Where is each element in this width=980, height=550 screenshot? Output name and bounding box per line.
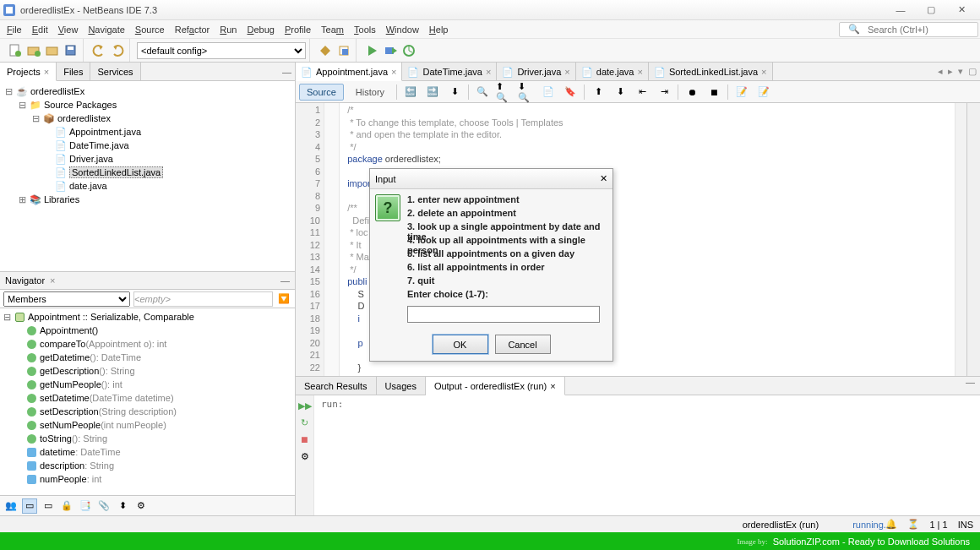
navigator-item[interactable]: description : String [2, 459, 293, 472]
quick-search-input[interactable] [868, 25, 974, 35]
navigator-item[interactable]: getDatetime() : DateTime [2, 351, 293, 364]
tab-list-icon[interactable]: ▾ [958, 66, 963, 77]
vertical-scrollbar[interactable] [966, 103, 980, 376]
menu-tools[interactable]: Tools [349, 23, 381, 36]
navigator-item[interactable]: compareTo(Appointment o) : int [2, 337, 293, 351]
options-icon[interactable]: ⚙ [133, 498, 149, 514]
macro-record-icon[interactable]: ⏺ [683, 84, 700, 101]
editor-tab[interactable]: 📄DateTime.java× [402, 63, 497, 80]
fold-gutter[interactable] [324, 103, 340, 376]
navigator-item[interactable]: ⊟Appointment :: Serializable, Comparable [2, 310, 293, 324]
toggle-bookmark-icon[interactable]: 🔖 [562, 84, 579, 101]
maximize-button[interactable]: ▢ [916, 1, 946, 19]
close-button[interactable]: ✕ [946, 1, 977, 19]
navigator-item[interactable]: toString() : String [2, 432, 293, 445]
settings-icon[interactable]: ⚙ [298, 449, 312, 463]
menu-team[interactable]: Team [316, 23, 349, 36]
show-inherited-icon[interactable]: 👥 [3, 498, 19, 514]
menu-debug[interactable]: Debug [242, 23, 279, 36]
tree-node[interactable]: Libraries [44, 194, 79, 204]
stop-icon[interactable]: ⏹ [298, 433, 312, 446]
show-static-icon[interactable]: ▭ [41, 498, 56, 514]
tree-node[interactable]: Driver.java [69, 154, 113, 164]
menu-profile[interactable]: Profile [280, 23, 316, 36]
comment-icon[interactable]: 📝 [733, 84, 750, 101]
build-button[interactable] [317, 42, 334, 59]
sort-icon[interactable]: 📑 [78, 498, 93, 514]
rerun-failed-icon[interactable]: ↻ [298, 416, 312, 429]
navigator-item[interactable]: datetime : DateTime [2, 445, 293, 459]
output-tab[interactable]: Search Results [296, 377, 377, 395]
navigator-item[interactable]: setNumPeople(int numPeople) [2, 418, 293, 432]
menu-source[interactable]: Source [130, 23, 170, 36]
close-icon[interactable]: × [564, 67, 569, 77]
editor-tab[interactable]: 📄Driver.java× [497, 63, 575, 80]
filter-icon[interactable]: 🔽 [276, 291, 291, 307]
editor-tab[interactable]: 📄SortedLinkedList.java× [649, 63, 773, 80]
output-text[interactable]: run: [314, 395, 980, 515]
navigator-item[interactable]: setDatetime(DateTime datetime) [2, 391, 293, 405]
close-icon[interactable]: × [44, 67, 49, 77]
menu-window[interactable]: Window [381, 23, 424, 36]
tree-node[interactable]: Appointment.java [69, 127, 141, 137]
output-tab[interactable]: Output - orderedlistEx (run)× [426, 377, 565, 395]
redo-button[interactable] [109, 42, 126, 59]
save-all-button[interactable] [63, 42, 79, 59]
menu-refactor[interactable]: Refactor [170, 23, 215, 36]
members-filter-input[interactable] [133, 291, 273, 307]
filter-icon[interactable]: 📎 [96, 498, 112, 514]
ok-button[interactable]: OK [433, 335, 488, 354]
open-project-button[interactable] [44, 42, 61, 59]
new-file-button[interactable] [7, 42, 24, 59]
navigator-item[interactable]: numPeople : int [2, 472, 293, 486]
tab-scroll-right-icon[interactable]: ▸ [948, 66, 953, 77]
shift-right-icon[interactable]: ⇥ [656, 84, 672, 101]
toggle-highlight-icon[interactable]: 📄 [540, 84, 557, 101]
close-icon[interactable]: × [50, 275, 55, 286]
show-non-public-icon[interactable]: 🔒 [59, 498, 74, 514]
undo-button[interactable] [90, 42, 107, 59]
close-icon[interactable]: × [637, 67, 642, 77]
close-icon[interactable]: × [391, 67, 396, 77]
menu-run[interactable]: Run [215, 23, 242, 36]
clean-build-button[interactable] [335, 42, 352, 59]
close-icon[interactable]: × [761, 67, 766, 77]
navigator-tree[interactable]: ⊟Appointment :: Serializable, Comparable… [0, 308, 295, 495]
debug-button[interactable] [382, 42, 399, 59]
quick-search[interactable]: 🔍 [839, 22, 978, 37]
menu-edit[interactable]: Edit [27, 23, 53, 36]
find-prev-icon[interactable]: ⬆🔍 [496, 84, 513, 101]
nav-back-icon[interactable]: 🔙 [402, 84, 419, 101]
editor-tab[interactable]: 📄Appointment.java× [296, 63, 402, 81]
output-tab[interactable]: Usages [377, 377, 426, 395]
tree-node-selected[interactable]: SortedLinkedList.java [69, 166, 163, 178]
minimize-button[interactable]: — [885, 1, 916, 19]
minimize-panel-icon[interactable]: — [280, 275, 290, 286]
history-view-button[interactable]: History [349, 84, 391, 100]
navigator-item[interactable]: getNumPeople() : int [2, 378, 293, 391]
cancel-button[interactable]: Cancel [495, 335, 551, 354]
new-project-button[interactable] [25, 42, 42, 59]
close-icon[interactable]: × [486, 67, 491, 77]
projects-tree[interactable]: ⊟☕orderedlistEx ⊟📁Source Packages ⊟📦orde… [0, 81, 295, 271]
nav-forward-icon[interactable]: 🔜 [424, 84, 441, 101]
tab-projects[interactable]: Projects× [0, 63, 57, 81]
dialog-titlebar[interactable]: Input ✕ [370, 169, 612, 189]
tree-node[interactable]: Source Packages [44, 100, 117, 110]
menu-view[interactable]: View [53, 23, 84, 36]
prev-bookmark-icon[interactable]: ⬆ [590, 84, 607, 101]
dialog-close-icon[interactable]: ✕ [600, 173, 607, 184]
minimize-panel-icon[interactable]: — [282, 67, 291, 77]
tab-files[interactable]: Files [57, 63, 90, 80]
members-select[interactable]: Members [3, 291, 130, 307]
dialog-input[interactable] [407, 306, 600, 323]
tree-node[interactable]: orderedlistex [57, 113, 111, 123]
macro-stop-icon[interactable]: ⏹ [705, 84, 722, 101]
config-selector[interactable]: <default config> [137, 42, 306, 59]
maximize-editor-icon[interactable]: ▢ [968, 66, 977, 77]
editor-tab[interactable]: 📄date.java× [576, 63, 649, 80]
navigator-item[interactable]: getDescription() : String [2, 364, 293, 378]
last-edit-icon[interactable]: ⬇ [446, 84, 463, 101]
project-root[interactable]: orderedlistEx [30, 86, 84, 96]
shift-left-icon[interactable]: ⇤ [634, 84, 651, 101]
